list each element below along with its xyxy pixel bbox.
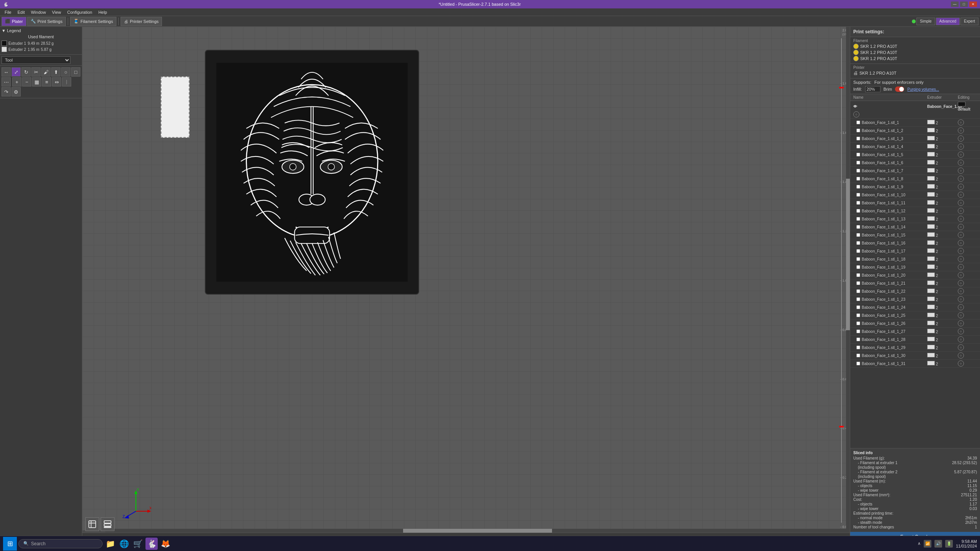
obj-check-input[interactable] [856,305,860,309]
obj-edit-circle[interactable]: ○ [958,272,964,278]
tool-align-btn[interactable]: ≡ [42,77,51,86]
object-list-item[interactable]: Baboon_Face_1.stl_1_18 2 ○ [850,255,980,263]
object-list-item[interactable]: Baboon_Face_1.stl_1_6 2 ○ [850,159,980,167]
obj-edit-circle[interactable]: ○ [958,248,964,254]
object-list-item[interactable]: Baboon_Face_1.stl_1_31 2 ○ [850,360,980,368]
object-list-item[interactable]: Baboon_Face_1.stl_1_25 2 ○ [850,311,980,320]
menu-window[interactable]: Window [28,9,49,15]
purging-volumes-btn[interactable]: Purging volumes... [907,87,939,91]
object-list-item[interactable]: Baboon_Face_1.stl_1_7 2 ○ [850,167,980,175]
obj-edit-circle[interactable]: ○ [958,264,964,270]
object-list-item[interactable]: Baboon_Face_1.stl_1_21 2 ○ [850,279,980,287]
obj-checkbox[interactable]: Baboon_Face_1.stl_1_9 [856,185,927,189]
obj-check-input[interactable] [856,177,860,181]
obj-edit-circle[interactable]: ○ [958,152,964,158]
obj-check-input[interactable] [856,233,860,237]
obj-check-input[interactable] [856,337,860,341]
obj-check-input[interactable] [856,265,860,269]
obj-checkbox[interactable]: Baboon_Face_1.stl_1_21 [856,281,927,285]
obj-check-input[interactable] [856,329,860,333]
taskbar-file-explorer[interactable]: 📁 [104,538,116,550]
obj-edit-circle[interactable]: ○ [958,352,964,359]
object-list-item[interactable]: Baboon_Face_1.stl_1_28 2 ○ [850,336,980,344]
tool-scale-btn[interactable]: ⤢ [11,67,21,77]
obj-check-input[interactable] [856,289,860,293]
obj-edit-circle[interactable]: ○ [958,296,964,302]
tool-add-btn[interactable]: + [12,77,21,86]
obj-check-input[interactable] [856,185,860,189]
object-list-item[interactable]: Baboon_Face_1.stl_1_19 2 ○ [850,263,980,271]
obj-check-input[interactable] [856,225,860,229]
obj-checkbox[interactable]: Baboon_Face_1.stl_1_13 [856,217,927,221]
obj-checkbox[interactable]: Baboon_Face_1.stl_1_6 [856,161,927,165]
filament-settings-tab[interactable]: 🧵 Filament Settings [70,17,116,26]
obj-checkbox[interactable]: Baboon_Face_1.stl_1_23 [856,297,927,302]
filament1-color[interactable] [853,44,859,49]
object-list-item[interactable]: Baboon_Face_1.stl_1_26 2 ○ [850,320,980,328]
obj-checkbox[interactable]: Baboon_Face_1.stl_1_19 [856,265,927,269]
object-list-item[interactable]: Baboon_Face_1.stl_1_30 2 ○ [850,352,980,360]
obj-edit-circle[interactable]: ○ [958,328,964,334]
obj-edit-circle[interactable]: ○ [958,192,964,198]
object-list-item[interactable]: Baboon_Face_1.stl_1_9 2 ○ [850,183,980,191]
menu-file[interactable]: File [2,9,15,15]
obj-checkbox[interactable]: Baboon_Face_1.stl_1_3 [856,137,927,141]
print-settings-tab[interactable]: 🔧 Print Settings [27,17,66,26]
obj-edit-circle[interactable]: ○ [958,312,964,318]
obj-check-input[interactable] [856,217,860,221]
obj-checkbox[interactable]: Baboon_Face_1.stl_1_14 [856,225,927,229]
horizontal-scrollbar[interactable] [105,529,850,533]
obj-edit-circle[interactable]: ○ [958,168,964,174]
search-bar[interactable]: 🔍 Search [18,539,103,548]
horizontal-scroll-thumb[interactable] [403,529,552,533]
legend-header[interactable]: ▼ Legend [2,28,80,33]
mode-advanced[interactable]: Advanced [936,18,960,25]
object-list-item[interactable]: Baboon_Face_1.stl_1_12 2 ○ [850,207,980,215]
object-list-item[interactable]: Baboon_Face_1.stl_1_8 2 ○ [850,175,980,183]
obj-check-input[interactable] [856,137,860,140]
printer-settings-tab[interactable]: 🖨 Printer Settings [121,17,162,26]
tool-remove-btn[interactable]: − [22,77,31,86]
obj-check-input[interactable] [856,241,860,245]
obj-check-input[interactable] [856,209,860,213]
obj-check-input[interactable] [856,193,860,197]
obj-edit-circle[interactable]: ○ [958,240,964,246]
obj-edit-circle[interactable]: ○ [958,160,964,166]
object-list-item[interactable]: Baboon_Face_1.stl_1_29 2 ○ [850,344,980,352]
tool-arrange-btn[interactable]: ▦ [32,77,41,86]
mode-simple[interactable]: Simple [916,18,935,25]
tool-more-btn[interactable]: ⋯ [2,77,11,86]
object-list-item[interactable]: Baboon_Face_1.stl_1_4 2 ○ [850,143,980,151]
obj-check-input[interactable] [856,321,860,325]
obj-checkbox[interactable]: Baboon_Face_1.stl_1_29 [856,346,927,350]
vertical-scrollbar[interactable] [846,27,850,533]
tool-select[interactable]: Tool [2,56,70,64]
object-list-item[interactable]: Baboon_Face_1.stl_1_5 2 ○ [850,151,980,159]
obj-edit-circle[interactable]: ○ [958,256,964,262]
obj-edit-circle[interactable]: ○ [958,232,964,238]
obj-check-input[interactable] [856,346,860,349]
maximize-button[interactable]: □ [960,2,968,7]
tool-mirror-btn[interactable]: ⇔ [52,77,61,86]
obj-check-input[interactable] [856,161,860,165]
plater-tab[interactable]: ⬛ Plater [2,17,26,26]
object-parent-row[interactable]: 👁 Baboon_Face_1.stl default ○ [850,101,980,119]
obj-check-input[interactable] [856,354,860,357]
mode-expert[interactable]: Expert [960,18,978,25]
obj-checkbox[interactable]: Baboon_Face_1.stl_1_16 [856,241,927,245]
object-list-item[interactable]: Baboon_Face_1.stl_1_3 2 ○ [850,135,980,143]
obj-checkbox[interactable]: Baboon_Face_1.stl_1_17 [856,249,927,253]
obj-checkbox[interactable]: Baboon_Face_1.stl_1_24 [856,305,927,310]
filament2-color[interactable] [853,50,859,55]
menu-view[interactable]: View [49,9,64,15]
obj-edit-circle[interactable]: ○ [958,200,964,206]
vertical-scroll-thumb[interactable] [846,179,850,331]
view-3d-button[interactable] [85,517,99,531]
tool-cut-btn[interactable]: ✂ [31,67,41,77]
tool-settings-btn[interactable]: ⚙ [11,87,21,96]
tool-support-btn[interactable]: ⬆ [51,67,60,77]
obj-checkbox[interactable]: Baboon_Face_1.stl_1_2 [856,129,927,133]
parent-edit-btn[interactable]: ○ [853,111,859,117]
obj-edit-circle[interactable]: ○ [958,184,964,190]
start-button[interactable]: ⊞ [3,537,17,551]
